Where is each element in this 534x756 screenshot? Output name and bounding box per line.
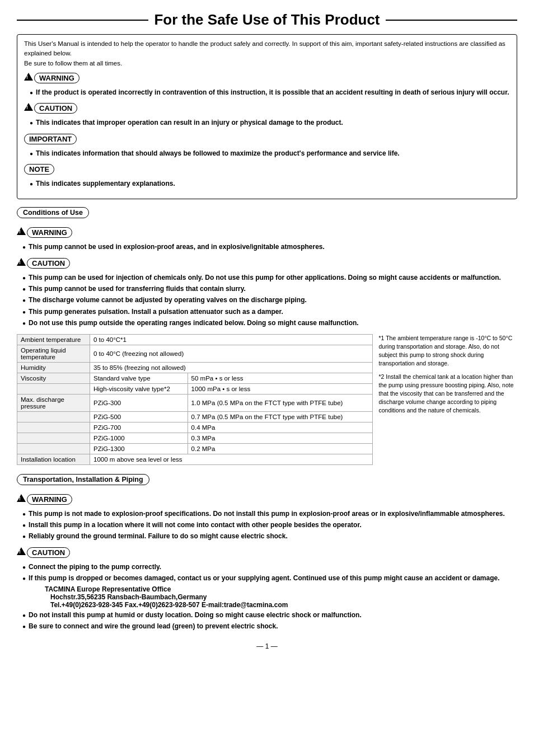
table-notes: *1 The ambient temperature range is -10°…: [378, 334, 517, 468]
warning-badge-1: WARNING: [34, 73, 79, 83]
transport-caution-bullet-0: Connect the piping to the pump correctly…: [22, 562, 517, 572]
transport-warning-bullet-1: Install this pump in a location where it…: [22, 520, 517, 530]
intro-line1: This User's Manual is intended to help t…: [24, 39, 510, 59]
conditions-caution-block: CAUTION This pump can be used for inject…: [17, 258, 517, 328]
transport-caution-triangle-icon: [17, 547, 26, 555]
important-block: IMPORTANT This indicates information tha…: [24, 134, 510, 158]
note-badge: NOTE: [24, 164, 54, 175]
conditions-caution-bullet-3: This pump generates pulsation. Install a…: [22, 307, 517, 317]
important-bullet: This indicates information that should a…: [30, 149, 510, 158]
transport-caution-bullet-3: Be sure to connect and wire the ground l…: [22, 622, 517, 631]
intro-line2: Be sure to follow them at all times.: [24, 59, 510, 68]
transport-caution-bullet-2: Do not install this pump at humid or dus…: [22, 611, 517, 620]
transport-caution-block: CAUTION Connect the piping to the pump c…: [17, 547, 517, 632]
conditions-warning-triangle-icon: [17, 227, 26, 235]
caution-triangle-icon-1: [24, 103, 33, 111]
table-row: PZiG-5000.7 MPa (0.5 MPa on the FTCT typ…: [17, 411, 373, 422]
page-title: For the Safe Use of This Product: [17, 11, 517, 29]
transport-warning-badge: WARNING: [27, 494, 72, 505]
conditions-caution-badge: CAUTION: [27, 258, 70, 269]
transport-warning-bullet-2: Reliably ground the ground terminal. Fai…: [22, 532, 517, 541]
important-badge: IMPORTANT: [24, 134, 77, 144]
table-row: Humidity35 to 85% (freezing not allowed): [17, 362, 373, 373]
conditions-caution-bullet-2: The discharge volume cannot be adjusted …: [22, 295, 517, 305]
conditions-warning-badge: WARNING: [27, 227, 72, 238]
tacmina-info: TACMINA Europe Representative Office Hoc…: [39, 585, 517, 609]
table-row: PZiG-10000.3 MPa: [17, 433, 373, 443]
transport-caution-badge: CAUTION: [27, 547, 70, 558]
conditions-warning-block: WARNING This pump cannot be used in expl…: [17, 227, 517, 252]
warning-block-1: WARNING If the product is operated incor…: [24, 73, 510, 97]
conditions-table: Ambient temperature0 to 40°C*1Operating …: [17, 334, 373, 465]
transport-warning-block: WARNING This pump is not made to explosi…: [17, 494, 517, 542]
warning-triangle-icon-1: [24, 73, 33, 81]
caution-badge-1: CAUTION: [34, 103, 77, 114]
transport-label: Transportation, Installation & Piping: [17, 474, 149, 485]
table-row: Installation location1000 m above sea le…: [17, 454, 373, 464]
note-bullet: This indicates supplementary explanation…: [30, 179, 510, 189]
caution-block-1: CAUTION This indicates that improper ope…: [24, 103, 510, 128]
transport-caution-bullet-1: If this pump is dropped or becomes damag…: [22, 574, 517, 583]
conditions-warning-bullet: This pump cannot be used in explosion-pr…: [22, 242, 517, 252]
conditions-caution-bullet-0: This pump can be used for injection of c…: [22, 273, 517, 283]
note-block: NOTE This indicates supplementary explan…: [24, 164, 510, 189]
table-row: ViscosityStandard valve type50 mPa • s o…: [17, 373, 373, 383]
transport-warning-triangle-icon: [17, 494, 26, 502]
table-note-2: *2 Install the chemical tank at a locati…: [378, 373, 517, 415]
page-number: — 1 —: [17, 642, 517, 650]
table-row: PZiG-13000.2 MPa: [17, 443, 373, 454]
warning-bullet-1: If the product is operated incorrectly i…: [30, 88, 510, 97]
table-row: Max. discharge pressurePZiG-3001.0 MPa (…: [17, 394, 373, 411]
intro-box: This User's Manual is intended to help t…: [17, 34, 517, 199]
conditions-caution-bullet-4: Do not use this pump outside the operati…: [22, 318, 517, 328]
conditions-table-wrapper: Ambient temperature0 to 40°C*1Operating …: [17, 334, 517, 468]
conditions-caution-triangle-icon: [17, 258, 26, 266]
table-row: High-viscosity valve type*21000 mPa • s …: [17, 383, 373, 394]
table-row: Ambient temperature0 to 40°C*1: [17, 334, 373, 345]
caution-bullet-1: This indicates that improper operation c…: [30, 118, 510, 128]
table-row: PZiG-7000.4 MPa: [17, 422, 373, 433]
table-note-1: *1 The ambient temperature range is -10°…: [378, 334, 517, 368]
transport-warning-bullet-0: This pump is not made to explosion-proof…: [22, 509, 517, 519]
table-row: Operating liquid temperature0 to 40°C (f…: [17, 345, 373, 362]
conditions-caution-bullet-1: This pump cannot be used for transferrin…: [22, 284, 517, 294]
conditions-label: Conditions of Use: [17, 207, 89, 218]
